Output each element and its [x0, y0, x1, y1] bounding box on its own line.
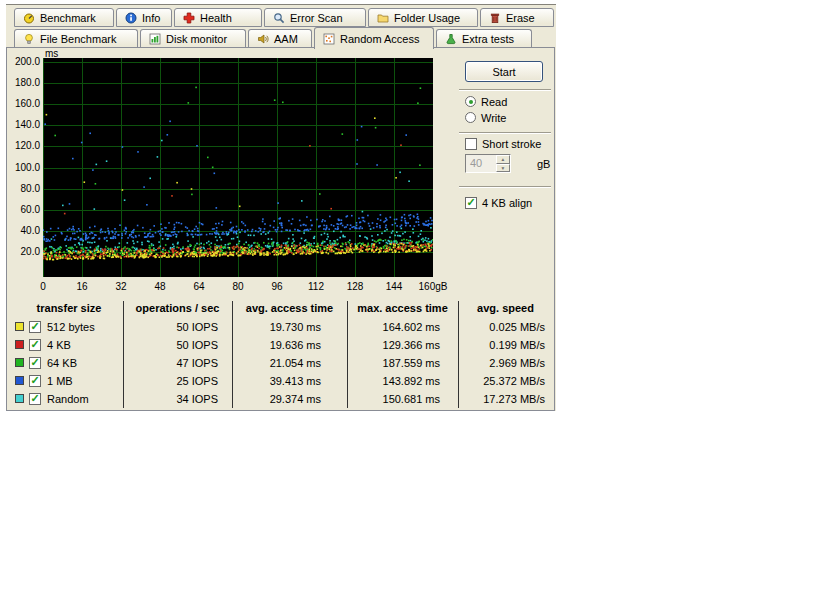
table-header-operations-sec: operations / sec — [123, 302, 232, 315]
benchmark-icon — [23, 12, 35, 24]
x-tick-label: 32 — [115, 281, 126, 292]
screen: BenchmarkInfoHealthError ScanFolder Usag… — [0, 0, 816, 612]
short-stroke-label: Short stroke — [482, 138, 541, 150]
random-access-icon — [323, 33, 335, 45]
stroke-size-unit-label: gB — [537, 157, 550, 171]
erase-icon — [489, 12, 501, 24]
start-button[interactable]: Start — [465, 61, 543, 82]
cell-avg: 19.636 ms — [232, 338, 321, 352]
y-tick-label: 20.0 — [8, 246, 40, 257]
cell-ops: 34 IOPS — [123, 392, 218, 406]
table-header-transfer-size: transfer size — [15, 302, 123, 315]
tab-random-access[interactable]: Random Access — [314, 27, 434, 49]
write-radio[interactable]: Write — [465, 111, 506, 124]
table-header-avg-speed: avg. speed — [458, 302, 553, 315]
read-radio-label: Read — [481, 96, 507, 108]
y-tick-label: 100.0 — [8, 162, 40, 173]
table-header-max-access-time: max. access time — [347, 302, 458, 315]
x-tick-label: 112 — [308, 281, 324, 292]
series-swatch — [15, 358, 24, 367]
cell-max: 150.681 ms — [347, 392, 440, 406]
short-stroke-checkbox-box — [465, 138, 477, 150]
series-label: 512 bytes — [47, 320, 123, 334]
tab-folder-usage[interactable]: Folder Usage — [368, 8, 478, 27]
y-tick-label: 60.0 — [8, 204, 40, 215]
cell-speed: 0.199 MB/s — [458, 338, 545, 352]
tab-disk-monitor[interactable]: Disk monitor — [140, 29, 246, 48]
series-checkbox[interactable] — [29, 375, 41, 387]
separator — [459, 186, 551, 188]
x-tick-label: 160gB — [419, 281, 448, 292]
series-label: 64 KB — [47, 356, 123, 370]
y-tick-label: 40.0 — [8, 225, 40, 236]
cell-avg: 19.730 ms — [232, 320, 321, 334]
series-swatch — [15, 376, 24, 385]
align-checkbox[interactable]: 4 KB align — [465, 196, 532, 209]
align-checkbox-box — [465, 197, 477, 209]
y-tick-label: 120.0 — [8, 140, 40, 151]
file-benchmark-icon — [23, 33, 35, 45]
series-label: 4 KB — [47, 338, 123, 352]
cell-ops: 25 IOPS — [123, 374, 218, 388]
series-swatch — [15, 322, 24, 331]
tab-label: Info — [142, 12, 160, 24]
series-checkbox[interactable] — [29, 321, 41, 333]
hdtune-window: BenchmarkInfoHealthError ScanFolder Usag… — [6, 4, 556, 411]
read-radio-circle — [465, 96, 476, 107]
health-icon — [183, 12, 195, 24]
series-checkbox[interactable] — [29, 339, 41, 351]
separator — [459, 132, 551, 134]
read-radio[interactable]: Read — [465, 95, 507, 108]
series-swatch — [15, 340, 24, 349]
tab-benchmark[interactable]: Benchmark — [14, 8, 114, 27]
aam-icon — [257, 33, 269, 45]
x-tick-label: 128 — [347, 281, 364, 292]
tab-label: Random Access — [340, 33, 419, 45]
tab-row-2: File BenchmarkDisk monitorAAMRandom Acce… — [14, 27, 532, 48]
tab-label: Extra tests — [462, 33, 514, 45]
cell-max: 164.602 ms — [347, 320, 440, 334]
y-tick-label: 80.0 — [8, 183, 40, 194]
cell-ops: 47 IOPS — [123, 356, 218, 370]
x-tick-label: 16 — [76, 281, 87, 292]
cell-ops: 50 IOPS — [123, 320, 218, 334]
random-access-panel: ms 200.0180.0160.0140.0120.0100.080.060.… — [6, 47, 555, 411]
cell-speed: 17.273 MB/s — [458, 392, 545, 406]
tab-label: Folder Usage — [394, 12, 460, 24]
y-tick-label: 160.0 — [8, 98, 40, 109]
tab-extra-tests[interactable]: Extra tests — [436, 29, 532, 48]
tab-erase[interactable]: Erase — [480, 8, 554, 27]
tab-error-scan[interactable]: Error Scan — [264, 8, 366, 27]
stroke-size-input: 40 — [465, 154, 511, 173]
tab-file-benchmark[interactable]: File Benchmark — [14, 29, 138, 48]
write-radio-label: Write — [481, 112, 506, 124]
tab-label: Health — [200, 12, 232, 24]
cell-ops: 50 IOPS — [123, 338, 218, 352]
cell-max: 129.366 ms — [347, 338, 440, 352]
series-checkbox[interactable] — [29, 393, 41, 405]
info-icon — [125, 12, 137, 24]
access-time-scatter-plot — [43, 58, 433, 277]
series-checkbox[interactable] — [29, 357, 41, 369]
series-swatch — [15, 394, 24, 403]
cell-speed: 25.372 MB/s — [458, 374, 545, 388]
short-stroke-checkbox[interactable]: Short stroke — [465, 137, 541, 150]
tab-info[interactable]: Info — [116, 8, 172, 27]
cell-speed: 2.969 MB/s — [458, 356, 545, 370]
stroke-size-spinner — [496, 155, 510, 172]
separator — [459, 89, 551, 91]
tab-health[interactable]: Health — [174, 8, 262, 27]
cell-speed: 0.025 MB/s — [458, 320, 545, 334]
write-radio-circle — [465, 112, 476, 123]
y-tick-label: 180.0 — [8, 77, 40, 88]
tab-aam[interactable]: AAM — [248, 29, 312, 48]
spin-down-icon — [496, 164, 510, 173]
x-tick-label: 64 — [193, 281, 204, 292]
x-tick-label: 80 — [232, 281, 243, 292]
y-tick-label: 200.0 — [8, 56, 40, 67]
stroke-size-value: 40 — [466, 155, 496, 172]
folder-usage-icon — [377, 12, 389, 24]
error-scan-icon — [273, 12, 285, 24]
cell-max: 143.892 ms — [347, 374, 440, 388]
tab-label: File Benchmark — [40, 33, 116, 45]
